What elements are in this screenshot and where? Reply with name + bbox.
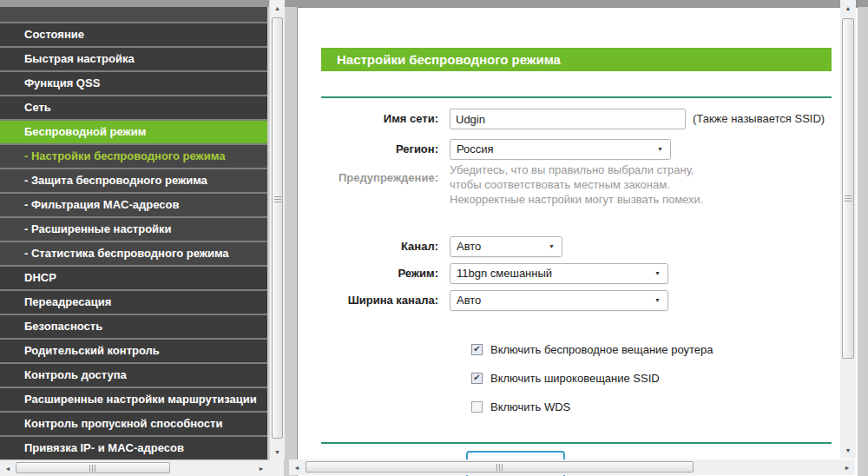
scroll-right-icon: ►	[259, 466, 265, 472]
sidebar-item[interactable]: - Статистика беспроводного режима	[0, 242, 267, 265]
sidebar-item-label: - Фильтрация MAC-адресов	[24, 198, 179, 211]
sidebar-item[interactable]: - Расширенные настройки	[0, 218, 267, 241]
region-select-value: Россия	[457, 142, 494, 155]
divider	[321, 442, 832, 444]
thumb-grip-icon	[274, 196, 281, 203]
chevron-down-icon: ▼	[657, 140, 663, 159]
router-admin-window: Состояние Быстрая настройка Функция QSS …	[0, 0, 868, 476]
checkbox-row: ✔ Включить беспроводное вещание роутера	[471, 342, 713, 356]
scroll-up-button[interactable]: ▲	[840, 1, 856, 15]
main-horizontal-scrollbar[interactable]: ◄ ►	[289, 459, 855, 475]
sidebar-item[interactable]: Быстрая настройка	[0, 48, 267, 70]
sidebar-item[interactable]: Функция QSS	[0, 72, 267, 95]
scroll-left-icon: ◄	[294, 465, 300, 471]
scrollbar-thumb[interactable]	[272, 17, 283, 439]
thumb-grip-icon	[89, 465, 96, 472]
sidebar-item[interactable]: Расширенные настройки маршрутизации	[0, 388, 267, 411]
sidebar-item[interactable]: Переадресация	[0, 291, 267, 314]
sidebar-item-label: Контроль пропускной способности	[24, 417, 222, 430]
scroll-up-button[interactable]: ▲	[270, 1, 285, 15]
sidebar-item[interactable]: DHCP	[0, 267, 267, 289]
ssid-note: (Также называется SSID)	[693, 109, 825, 129]
sidebar-item-label: - Расширенные настройки	[24, 222, 172, 235]
sidebar-item-label: Привязка IP- и MAC-адресов	[24, 441, 184, 454]
scroll-up-icon: ▲	[274, 5, 280, 11]
sidebar-item[interactable]: - Фильтрация MAC-адресов	[0, 194, 267, 216]
scroll-down-icon: ▼	[845, 447, 852, 453]
channel-select[interactable]: Авто ▼	[450, 236, 562, 257]
ssid-input[interactable]	[450, 109, 686, 129]
channel-select-value: Авто	[457, 240, 481, 253]
sidebar-item-label: DHCP	[24, 271, 56, 284]
divider	[321, 96, 832, 98]
wireless-options: ✔ Включить беспроводное вещание роутера …	[471, 342, 713, 428]
scroll-left-icon: ◄	[5, 466, 11, 472]
checkbox[interactable]: ✔	[471, 344, 483, 355]
sidebar-item[interactable]: - Защита беспроводного режима	[0, 169, 267, 192]
checkbox-row: ✔ Включить WDS	[471, 400, 713, 413]
sidebar-item-label: Расширенные настройки маршрутизации	[24, 393, 257, 406]
sidebar-item[interactable]: Контроль пропускной способности	[0, 413, 267, 435]
ssid-label: Имя сети:	[321, 109, 438, 129]
check-icon: ✔	[473, 345, 480, 354]
main-content-panel: Настройки беспроводного режима Имя сети:…	[297, 7, 858, 476]
sidebar-item-label: Контроль доступа	[24, 368, 127, 381]
scroll-left-button[interactable]: ◄	[290, 459, 304, 475]
warning-label: Предупреждение:	[321, 168, 438, 188]
scrollbar-thumb[interactable]	[842, 18, 854, 359]
sidebar-item-label: Родительский контроль	[24, 344, 160, 357]
main-vertical-scrollbar[interactable]: ▲ ▼	[840, 0, 856, 459]
checkbox[interactable]: ✔	[471, 401, 483, 413]
scroll-down-icon: ▼	[274, 449, 280, 455]
mode-select[interactable]: 11bgn смешанный ▼	[450, 263, 668, 284]
channel-width-label: Ширина канала:	[321, 290, 438, 311]
checkbox[interactable]: ✔	[471, 373, 483, 384]
sidebar-item[interactable]: Беспроводной режим	[0, 121, 267, 143]
checkbox-label: Включить широковещание SSID	[490, 372, 660, 385]
sidebar-item-label: - Настройки беспроводного режима	[24, 149, 226, 162]
sidebar-item[interactable]: Контроль доступа	[0, 364, 267, 387]
scroll-down-button[interactable]: ▼	[840, 443, 856, 457]
sidebar-item-label: - Защита беспроводного режима	[24, 174, 207, 187]
checkbox-row: ✔ Включить широковещание SSID	[471, 371, 713, 385]
thumb-grip-icon	[496, 464, 503, 471]
scrollbar-corner	[269, 460, 284, 476]
sidebar-horizontal-scrollbar[interactable]: ◄ ►	[0, 460, 269, 476]
thumb-grip-icon	[845, 195, 852, 202]
chevron-down-icon: ▼	[549, 237, 555, 256]
region-select[interactable]: Россия ▼	[450, 139, 671, 160]
channel-width-select[interactable]: Авто ▼	[450, 290, 668, 311]
top-strip	[0, 0, 868, 7]
scroll-down-button[interactable]: ▼	[270, 445, 285, 459]
sidebar-item[interactable]: - Настройки беспроводного режима	[0, 145, 267, 168]
sidebar-partial-item	[0, 7, 267, 22]
scroll-right-button[interactable]: ►	[840, 459, 854, 475]
chevron-down-icon: ▼	[654, 291, 661, 310]
scrollbar-thumb[interactable]	[16, 462, 170, 473]
checkbox-label: Включить WDS	[490, 400, 570, 413]
scroll-left-button[interactable]: ◄	[1, 460, 15, 476]
mode-label: Режим:	[321, 263, 438, 284]
channel-width-select-value: Авто	[457, 294, 481, 307]
sidebar-item-label: Переадресация	[24, 295, 111, 308]
scrollbar-thumb[interactable]	[306, 461, 694, 473]
sidebar-item-label: Состояние	[24, 28, 84, 41]
sidebar-item[interactable]: Безопасность	[0, 315, 267, 338]
sidebar-item-label: Сеть	[24, 101, 51, 114]
channel-label: Канал:	[321, 236, 438, 257]
sidebar-item-label: Функция QSS	[24, 76, 100, 89]
sidebar-vertical-scrollbar[interactable]: ▲ ▼	[269, 0, 285, 460]
checkbox-label: Включить беспроводное вещание роутера	[490, 343, 713, 356]
sidebar-item[interactable]: Состояние	[0, 23, 267, 46]
mode-select-value: 11bgn смешанный	[457, 267, 552, 280]
check-icon: ✔	[473, 374, 480, 382]
sidebar-menu: Состояние Быстрая настройка Функция QSS …	[0, 7, 267, 459]
sidebar-item[interactable]: Привязка IP- и MAC-адресов	[0, 437, 267, 459]
page-title: Настройки беспроводного режима	[321, 48, 832, 71]
sidebar-item[interactable]: Родительский контроль	[0, 340, 267, 362]
sidebar-item-label: - Статистика беспроводного режима	[24, 247, 229, 260]
region-label: Регион:	[321, 139, 438, 160]
scroll-right-icon: ►	[845, 465, 851, 471]
sidebar-item[interactable]: Сеть	[0, 96, 267, 119]
scroll-right-button[interactable]: ►	[254, 460, 268, 476]
